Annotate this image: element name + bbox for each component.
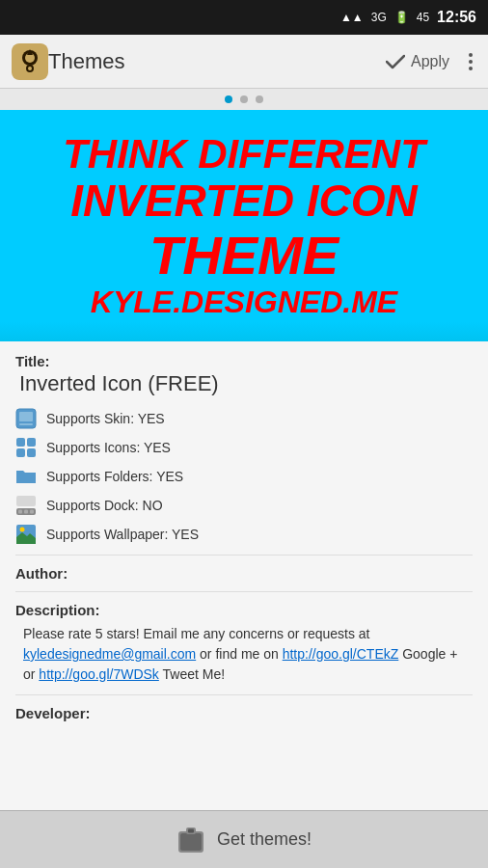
folders-icon (15, 466, 37, 487)
developer-label: Developer: (15, 705, 473, 721)
app-logo (12, 43, 48, 80)
divider1 (15, 555, 473, 556)
divider3 (15, 694, 473, 695)
desc-text2: or find me on (196, 646, 283, 662)
desc-text4: Tweet Me! (159, 666, 225, 682)
theme-banner: THINK DIFFERENT INVERTED ICON THEME KYLE… (0, 110, 488, 341)
desc-link1[interactable]: http://goo.gl/CTEkZ (283, 646, 399, 662)
page-title: Themes (48, 49, 386, 74)
apply-label: Apply (411, 53, 449, 70)
support-dock-text: Supports Dock: NO (46, 498, 163, 513)
svg-rect-7 (19, 412, 33, 421)
support-folders-text: Supports Folders: YES (46, 469, 183, 484)
dot2 (469, 60, 473, 64)
title-value: Inverted Icon (FREE) (15, 371, 473, 396)
battery-level: 45 (417, 11, 429, 24)
support-wallpaper: Supports Wallpaper: YES (15, 524, 473, 545)
dock-icon (15, 495, 37, 516)
svg-point-5 (28, 67, 32, 70)
svg-rect-16 (30, 510, 34, 514)
content-area: Title: Inverted Icon (FREE) Supports Ski… (0, 341, 488, 810)
banner-line1: THINK DIFFERENT (63, 132, 425, 176)
support-icons-text: Supports Icons: YES (46, 440, 171, 455)
pager-indicator (0, 89, 488, 110)
banner-line4: KYLE.DESIGNED.ME (63, 285, 425, 319)
desc-text1: Please rate 5 stars! Email me any concer… (23, 626, 370, 641)
divider2 (15, 591, 473, 592)
dot1 (469, 53, 473, 57)
svg-rect-11 (16, 448, 25, 457)
support-folders: Supports Folders: YES (15, 466, 473, 487)
status-bar: ▲▲ 3G 🔋 45 12:56 (0, 0, 488, 35)
svg-rect-10 (27, 438, 36, 447)
desc-link2[interactable]: http://goo.gl/7WDSk (39, 666, 159, 682)
svg-rect-8 (19, 423, 33, 425)
banner-text: THINK DIFFERENT INVERTED ICON THEME KYLE… (63, 132, 425, 319)
signal-icon: ▲▲ (340, 11, 364, 24)
skin-icon (15, 408, 37, 429)
get-themes-label: Get themes! (217, 829, 312, 850)
title-label: Title: (15, 353, 473, 369)
pager-dot-3[interactable] (256, 95, 263, 103)
banner-line2: INVERTED ICON (63, 176, 425, 226)
description-section: Description: Please rate 5 stars! Email … (15, 602, 473, 685)
svg-rect-14 (18, 510, 22, 514)
support-dock: Supports Dock: NO (15, 495, 473, 516)
apply-button[interactable]: Apply (386, 53, 449, 70)
svg-rect-15 (24, 510, 28, 514)
battery-icon: 🔋 (394, 11, 409, 24)
status-time: 12:56 (437, 9, 476, 26)
dot3 (469, 67, 473, 70)
author-section: Author: (15, 565, 473, 582)
svg-rect-21 (180, 833, 202, 851)
banner-line3: THEME (63, 226, 425, 285)
author-label: Author: (15, 565, 473, 582)
more-options-button[interactable] (465, 49, 476, 74)
svg-rect-9 (16, 438, 25, 447)
description-label: Description: (15, 602, 473, 618)
svg-rect-17 (16, 496, 36, 506)
svg-point-19 (20, 528, 25, 532)
svg-rect-23 (188, 828, 194, 832)
support-icons: Supports Icons: YES (15, 437, 473, 458)
icons-icon (15, 437, 37, 458)
support-wallpaper-text: Supports Wallpaper: YES (46, 527, 199, 542)
get-themes-icon (176, 826, 205, 854)
developer-section: Developer: (15, 705, 473, 721)
pager-dot-1[interactable] (225, 95, 232, 103)
description-body: Please rate 5 stars! Email me any concer… (15, 624, 473, 685)
pager-dot-2[interactable] (240, 95, 248, 103)
title-section: Title: Inverted Icon (FREE) (15, 353, 473, 396)
support-skin-text: Supports Skin: YES (46, 411, 165, 426)
signal-text: 3G (371, 11, 387, 24)
wallpaper-icon (15, 524, 37, 545)
svg-rect-12 (27, 448, 36, 457)
action-bar: Themes Apply (0, 35, 488, 89)
support-skin: Supports Skin: YES (15, 408, 473, 429)
bottom-bar[interactable]: Get themes! (0, 810, 488, 868)
desc-email-link[interactable]: kyledesignedme@gmail.com (23, 646, 196, 662)
